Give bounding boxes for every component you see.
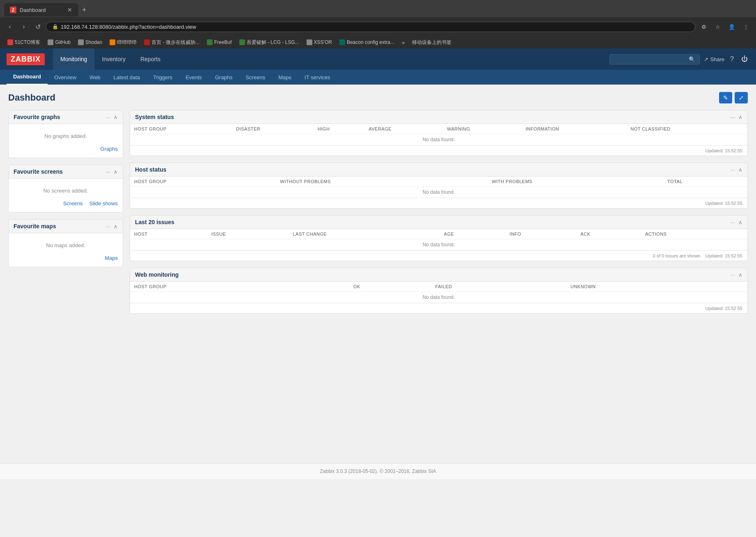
favourite-graphs-links: Graphs: [14, 144, 118, 154]
bookmark-label-52pj: 吾爱破解 - LCG - LSG...: [247, 39, 299, 46]
last-20-issues-widget: Last 20 issues ··· ∧ HOST ISSUE: [130, 215, 748, 261]
bookmark-51cto[interactable]: 51CTO博客: [4, 38, 44, 47]
nav-monitoring[interactable]: Monitoring: [53, 48, 94, 70]
nav-inventory[interactable]: Inventory: [94, 48, 133, 70]
share-button[interactable]: ↗ Share: [704, 56, 724, 62]
bookmark-weibu[interactable]: 首页 - 微步在线威胁...: [141, 38, 203, 47]
widget-options-button-maps[interactable]: ···: [106, 223, 110, 229]
widget-options-button-issues[interactable]: ···: [731, 219, 735, 225]
favourite-maps-body: No maps added. Maps: [9, 233, 123, 267]
search-icon[interactable]: 🔍: [689, 56, 695, 62]
last-20-issues-footer: 0 of 0 issues are shown Updated: 15:52:5…: [130, 250, 747, 261]
col-failed: FAILED: [431, 282, 566, 292]
table-row: No data found.: [130, 292, 747, 303]
bookmark-mobile[interactable]: 移动设备上的书签: [409, 38, 455, 47]
profile-button[interactable]: 👤: [726, 21, 738, 32]
bookmark-xssor[interactable]: XSS'OR: [303, 39, 335, 46]
subnav-graphs[interactable]: Graphs: [208, 69, 239, 85]
bookmark-beacon[interactable]: Beacon config extra...: [336, 39, 398, 46]
empty-message: No data found.: [130, 292, 747, 303]
last-20-issues-body: HOST ISSUE LAST CHANGE AGE INFO ACK ACTI…: [130, 229, 747, 250]
favourite-screens-body: No screens added. Screens Slide shows: [9, 179, 123, 212]
bookmark-favicon-weibu: [144, 39, 150, 45]
widget-collapse-button-issues[interactable]: ∧: [738, 219, 742, 225]
edit-dashboard-button[interactable]: ✎: [719, 92, 732, 103]
subnav-overview[interactable]: Overview: [48, 69, 83, 85]
widget-options-button-web[interactable]: ···: [731, 272, 735, 278]
bookmark-favicon-shodan: [78, 39, 84, 45]
col-host-group: HOST GROUP: [130, 124, 232, 134]
maps-link[interactable]: Maps: [105, 255, 118, 261]
issues-count: 0 of 0 issues are shown: [653, 253, 701, 258]
widget-options-button-system[interactable]: ···: [731, 114, 735, 120]
fullscreen-button[interactable]: ⤢: [735, 92, 748, 103]
bookmark-label-xssor: XSS'OR: [314, 39, 332, 45]
widget-options-button-screens[interactable]: ···: [106, 169, 110, 175]
subnav-latest-data[interactable]: Latest data: [107, 69, 147, 85]
subnav-it-services[interactable]: IT services: [298, 69, 337, 85]
new-tab-button[interactable]: +: [78, 6, 91, 14]
col-issue: ISSUE: [207, 229, 289, 239]
browser-tab-active[interactable]: Z Dashboard ✕: [4, 3, 78, 16]
last-20-issues-title: Last 20 issues: [135, 219, 174, 225]
widget-controls-web: ··· ∧: [731, 272, 742, 278]
widget-controls: ··· ∧: [106, 114, 118, 120]
bookmark-beebeep[interactable]: 哔哔哔哔: [106, 38, 140, 47]
search-box[interactable]: 🔍: [609, 54, 700, 64]
app-container: ZABBIX Monitoring Inventory Reports 🔍 ↗ …: [0, 48, 756, 479]
host-status-header: Host status ··· ∧: [130, 163, 747, 177]
table-row: No data found.: [130, 187, 747, 198]
widget-collapse-button-web[interactable]: ∧: [738, 272, 742, 278]
address-bar[interactable]: 🔒 192.168.74.128:8080/zabbix.php?action=…: [46, 22, 695, 32]
widget-options-button[interactable]: ···: [106, 114, 110, 120]
screens-link[interactable]: Screens: [63, 200, 83, 207]
col-disaster: DISASTER: [232, 124, 314, 134]
graphs-link[interactable]: Graphs: [100, 146, 118, 152]
widget-collapse-button-system[interactable]: ∧: [738, 114, 742, 120]
widget-controls-host: ··· ∧: [731, 167, 742, 173]
bookmark-52pj[interactable]: 吾爱破解 - LCG - LSG...: [236, 38, 302, 47]
bookmark-github[interactable]: GitHub: [44, 39, 73, 46]
subnav-dashboard[interactable]: Dashboard: [7, 69, 48, 85]
bookmark-label-beebeep: 哔哔哔哔: [117, 39, 137, 46]
subnav-maps[interactable]: Maps: [272, 69, 298, 85]
favourite-maps-links: Maps: [14, 253, 118, 263]
tab-close-button[interactable]: ✕: [67, 7, 72, 13]
menu-button[interactable]: ⋮: [740, 21, 752, 32]
back-button[interactable]: ‹: [4, 21, 16, 32]
help-button[interactable]: ?: [729, 54, 735, 64]
subnav-triggers[interactable]: Triggers: [147, 69, 179, 85]
bookmark-label-github: GitHub: [55, 39, 70, 45]
widget-collapse-button[interactable]: ∧: [114, 114, 118, 120]
widget-collapse-button-host[interactable]: ∧: [738, 167, 742, 173]
header-right: 🔍 ↗ Share ? ⏻: [609, 54, 749, 64]
forward-button[interactable]: ›: [18, 21, 30, 32]
widget-options-button-host[interactable]: ···: [731, 167, 735, 173]
table-row: No data found.: [130, 134, 747, 145]
web-monitoring-updated: Updated: 15:52:55: [130, 303, 747, 313]
extensions-button[interactable]: ⚙: [698, 21, 710, 32]
subnav-screens[interactable]: Screens: [239, 69, 272, 85]
web-monitoring-title: Web monitoring: [135, 271, 179, 278]
widget-collapse-button-screens[interactable]: ∧: [114, 169, 118, 175]
search-input[interactable]: [614, 56, 686, 62]
bookmark-freebuf[interactable]: FreeBuf: [204, 39, 235, 46]
bookmarks-more-button[interactable]: »: [399, 39, 408, 46]
reload-button[interactable]: ↺: [32, 21, 44, 32]
favourite-screens-links: Screens Slide shows: [14, 199, 118, 208]
bookmark-favicon-52pj: [239, 39, 245, 45]
nav-reports[interactable]: Reports: [133, 48, 168, 70]
bookmark-favicon-xssor: [307, 39, 312, 45]
subnav-web[interactable]: Web: [83, 69, 107, 85]
subnav-events[interactable]: Events: [179, 69, 208, 85]
widget-collapse-button-maps[interactable]: ∧: [114, 223, 118, 229]
bookmark-shodan[interactable]: Shodan: [75, 39, 105, 46]
bookmark-button[interactable]: ☆: [712, 21, 724, 32]
favourite-maps-empty: No maps added.: [14, 237, 118, 253]
logout-button[interactable]: ⏻: [740, 54, 749, 64]
browser-nav-bar: ‹ › ↺ 🔒 192.168.74.128:8080/zabbix.php?a…: [0, 17, 756, 36]
col-total: TOTAL: [663, 177, 747, 187]
slide-shows-link[interactable]: Slide shows: [89, 200, 118, 207]
empty-message: No data found.: [130, 239, 747, 250]
col-not-classified: NOT CLASSIFIED: [626, 124, 747, 134]
